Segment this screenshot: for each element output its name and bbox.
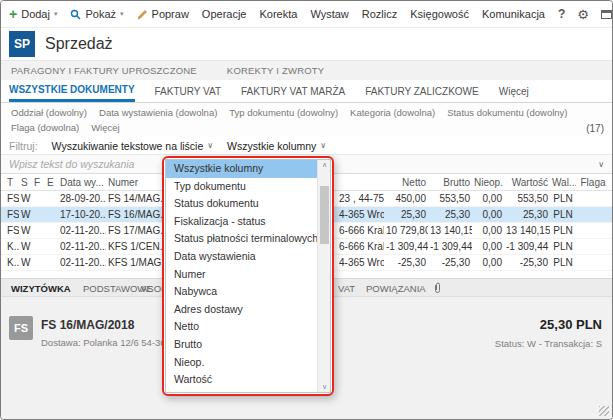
col-s[interactable]: S (19, 177, 32, 188)
dropdown-item[interactable]: Numer (166, 266, 317, 284)
dropdown-item[interactable]: Fiskalizacja - status (166, 213, 317, 231)
menu-correction[interactable]: Korekta (259, 8, 297, 20)
search-dropdown-icon[interactable]: ∨ (598, 160, 604, 169)
main-toolbar: + Dodaj ▾ Pokaż ▾ Popraw Operacje Korekt… (1, 1, 612, 28)
col-wartosc[interactable]: Wartość (504, 177, 550, 188)
filter-data-wystawienia[interactable]: Data wystawienia (dowolna) (99, 107, 217, 118)
dropdown-item[interactable]: Netto (166, 318, 317, 336)
dropdown-item[interactable]: Status płatności terminalowych (166, 230, 317, 248)
scroll-up-icon[interactable]: ∧ (318, 161, 331, 169)
edit-label: Popraw (152, 8, 189, 20)
dropdown-scrollbar[interactable]: ∧ ∨ (317, 160, 330, 392)
dropdown-item-selected[interactable]: Wszystkie kolumny (166, 160, 317, 178)
filter-oddzial[interactable]: Oddział (dowolny) (11, 107, 87, 118)
col-data-wystawienia[interactable]: Data wy... (58, 177, 106, 188)
filter-typ-dokumentu[interactable]: Typ dokumentu (dowolny) (229, 107, 338, 118)
add-button[interactable]: + Dodaj ▾ (9, 8, 57, 20)
col-flaga[interactable]: Flaga (576, 177, 610, 188)
filter-flaga[interactable]: Flaga (dowolna) (11, 122, 79, 133)
record-count: (17) (586, 123, 604, 134)
filter-row: Filtruj: Wyszukiwanie tekstowe na liście… (1, 137, 612, 154)
col-waluta[interactable]: Wal... (550, 177, 576, 188)
secondary-tab-strip: PARAGONY I FAKTURY UPROSZCZONE KOREKTY I… (1, 60, 612, 80)
app-window: + Dodaj ▾ Pokaż ▾ Popraw Operacje Korekt… (0, 0, 613, 420)
tab-kwoty-vat[interactable]: VAT (338, 279, 355, 297)
tab-wiecej[interactable]: Więcej (499, 80, 529, 102)
tab-faktury-vat[interactable]: FAKTURY VAT (155, 80, 222, 102)
col-brutto[interactable]: Brutto (428, 177, 472, 188)
filter-wiecej[interactable]: Więcej (91, 122, 120, 133)
col-t[interactable]: T (5, 177, 19, 188)
col-nieop[interactable]: Nieop. (472, 177, 504, 188)
col-netto[interactable]: Netto (384, 177, 428, 188)
menu-operations[interactable]: Operacje (202, 8, 247, 20)
menu-settle[interactable]: Rozlicz (362, 8, 397, 20)
chevron-down-icon: ∨ (207, 141, 213, 150)
resize-grip[interactable] (599, 406, 609, 416)
module-badge: SP (9, 31, 35, 57)
module-header: SP Sprzedaż (1, 28, 612, 60)
paperclip-icon[interactable] (433, 279, 442, 297)
filter-label: Filtruj: (9, 140, 38, 152)
dropdown-item[interactable]: Brutto (166, 336, 317, 354)
col-f[interactable]: F (32, 177, 45, 188)
magnifier-icon (70, 9, 81, 20)
dropdown-item[interactable]: Data wystawienia (166, 248, 317, 266)
chevron-down-icon: ▾ (54, 10, 58, 18)
filter-kategoria[interactable]: Kategoria (dowolna) (350, 107, 435, 118)
dropdown-item[interactable]: Status dokumentu (166, 195, 317, 213)
tab-paragony[interactable]: PARAGONY I FAKTURY UPROSZCZONE (11, 65, 197, 76)
tab-faktury-vat-marza[interactable]: FAKTURY VAT MARŻA (241, 80, 345, 102)
tab-faktury-zaliczkowe[interactable]: FAKTURY ZALICZKOWE (365, 80, 479, 102)
plus-icon: + (9, 9, 17, 19)
window-icon[interactable] (601, 10, 612, 19)
menu-communication[interactable]: Komunikacja (482, 8, 545, 20)
document-tab-strip: WSZYSTKIE DOKUMENTY FAKTURY VAT FAKTURY … (1, 80, 612, 103)
filter-status-dokumentu[interactable]: Status dokumentu (dowolny) (447, 107, 567, 118)
help-icon[interactable]: ? (558, 7, 565, 21)
document-status: Status: W - Transakcja: S (495, 338, 602, 349)
pencil-icon (137, 9, 148, 20)
dropdown-item[interactable]: Typ dokumentu (166, 178, 317, 196)
toolbar-right: ? ⚙ (558, 7, 612, 22)
add-label: Dodaj (21, 8, 50, 20)
page-title: Sprzedaż (45, 35, 113, 53)
chevron-down-icon: ∨ (320, 141, 326, 150)
gear-icon[interactable]: ⚙ (577, 7, 589, 22)
column-selector-trigger[interactable]: Wszystkie kolumny ∨ (227, 140, 326, 152)
search-mode-dropdown[interactable]: Wyszukiwanie tekstowe na liście ∨ (52, 140, 214, 152)
document-type-badge: FS (9, 316, 33, 340)
tab-wizytowka[interactable]: WIZYTÓWKA (11, 279, 71, 297)
menu-accounting[interactable]: Księgowość (410, 8, 469, 20)
tab-korekty[interactable]: KOREKTY I ZWROTY (227, 65, 325, 76)
document-amount: 25,30 PLN (540, 317, 602, 332)
menu-issue[interactable]: Wystaw (310, 8, 348, 20)
col-e[interactable]: E (45, 177, 58, 188)
chevron-down-icon: ▾ (120, 10, 124, 18)
show-label: Pokaż (85, 8, 116, 20)
scrollbar-thumb[interactable] (320, 186, 329, 244)
edit-button[interactable]: Popraw (137, 8, 189, 20)
dropdown-item[interactable]: Wartość (166, 371, 317, 389)
dropdown-item[interactable]: Adres dostawy (166, 301, 317, 319)
filter-summary: Oddział (dowolny) Data wystawienia (dowo… (1, 103, 612, 137)
dropdown-list: Wszystkie kolumny Typ dokumentu Status d… (165, 159, 331, 393)
col-numer[interactable]: Numer (106, 177, 164, 188)
show-button[interactable]: Pokaż ▾ (70, 8, 123, 20)
tab-wszystkie-dokumenty[interactable]: WSZYSTKIE DOKUMENTY (9, 80, 135, 102)
scroll-down-icon[interactable]: ∨ (318, 383, 331, 391)
column-selector-dropdown: Wszystkie kolumny Typ dokumentu Status d… (162, 156, 334, 396)
document-number: FS 16/MAG/2018 (41, 318, 134, 332)
tab-powiazania[interactable]: POWIĄZANIA (366, 279, 426, 297)
dropdown-item[interactable]: Nabywca (166, 283, 317, 301)
dropdown-item[interactable]: Nieop. (166, 354, 317, 372)
